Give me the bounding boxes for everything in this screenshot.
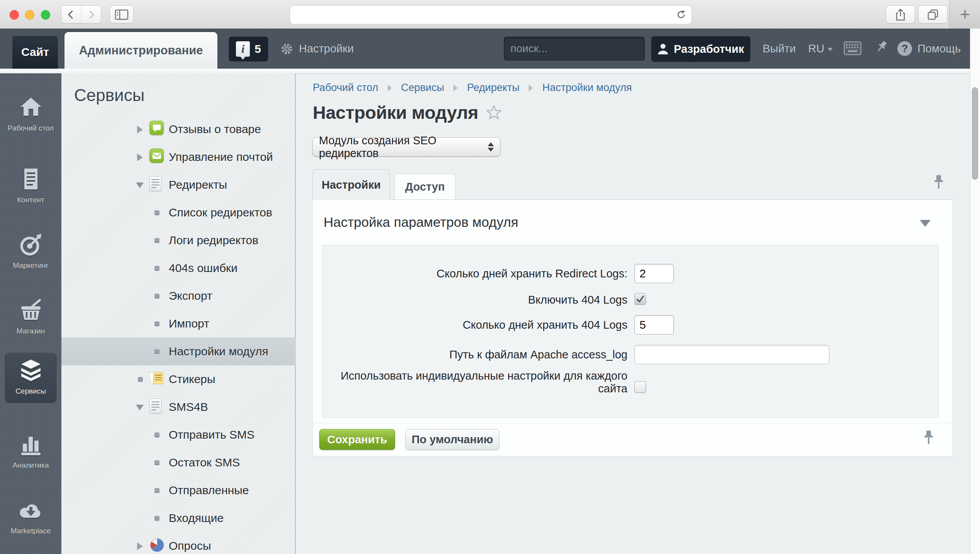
expand-arrow-icon[interactable] <box>137 154 143 161</box>
page-title: Настройки модуля <box>313 102 478 123</box>
mail-module-icon <box>149 149 164 163</box>
individual-site-settings-checkbox[interactable] <box>634 381 646 393</box>
chevron-right-icon <box>86 10 96 20</box>
bullet-icon <box>138 377 143 382</box>
history-nav-buttons <box>61 5 101 24</box>
rail-item-label: Marketplace <box>0 526 61 535</box>
menu-item-inbox-sms[interactable]: Входящие <box>61 504 296 532</box>
menu-item-stickers[interactable]: Стикеры <box>61 365 296 393</box>
bullet-icon <box>154 432 159 437</box>
breadcrumb-module-settings[interactable]: Настройки модуля <box>542 82 632 94</box>
menu-item-redirects[interactable]: Редиректы <box>61 171 296 199</box>
scrollbar-thumb[interactable] <box>972 87 978 180</box>
menu-item-product-reviews[interactable]: Отзывы о товаре <box>61 115 296 143</box>
settings-form-panel: Настройка параметров модуля Сколько дней… <box>312 200 953 456</box>
tab-administration[interactable]: Администрирование <box>64 32 217 69</box>
expand-arrow-icon[interactable] <box>137 542 143 550</box>
forward-button[interactable] <box>81 6 101 23</box>
window-minimize-button[interactable] <box>25 10 34 20</box>
menu-item-sms-balance[interactable]: Остаток SMS <box>61 449 296 476</box>
tab-site-label: Сайт <box>21 46 49 59</box>
tab-settings[interactable]: Настройки <box>312 169 390 200</box>
bullet-icon <box>154 210 159 215</box>
expand-arrow-icon[interactable] <box>137 126 143 133</box>
rail-item-content[interactable]: Контент <box>0 167 61 204</box>
menu-item-sent-sms[interactable]: Отправленные <box>61 476 296 504</box>
address-bar[interactable] <box>290 5 692 24</box>
window-close-button[interactable] <box>10 10 19 20</box>
enable-404-logs-checkbox[interactable] <box>634 293 646 305</box>
menu-item-polls[interactable]: Опросы <box>61 532 296 554</box>
favorite-star-icon[interactable] <box>486 105 502 121</box>
redirect-log-days-input[interactable] <box>634 264 674 283</box>
rail-item-services[interactable]: Сервисы <box>0 358 61 395</box>
tab-site[interactable]: Сайт <box>12 35 58 69</box>
rail-item-label: Аналитика <box>0 461 61 470</box>
page-icon <box>149 176 161 191</box>
menu-item-sms4b[interactable]: SMS4B <box>61 393 296 421</box>
menu-item-send-sms[interactable]: Отправить SMS <box>61 421 296 449</box>
notifications-counter-button[interactable]: i 5 <box>229 36 268 62</box>
collapse-arrow-icon[interactable] <box>136 182 144 188</box>
cloud-download-icon <box>19 498 43 522</box>
keyboard-icon[interactable] <box>844 41 861 55</box>
breadcrumb-separator-icon <box>388 84 392 91</box>
field-label-redirect-log-days: Сколько дней хранить Redirect Logs: <box>357 267 627 280</box>
menu-item-redirect-logs[interactable]: Логи редиректов <box>61 226 296 254</box>
menu-title: Сервисы <box>74 86 144 105</box>
field-label-apache-access-log-path: Путь к файлам Apache access_log <box>357 348 627 361</box>
current-user-name: Разработчик <box>674 43 744 56</box>
save-button[interactable]: Сохранить <box>319 429 395 450</box>
404-log-days-input[interactable] <box>634 315 674 334</box>
default-button[interactable]: По умолчанию <box>405 429 499 450</box>
pin-buttons-icon[interactable] <box>922 430 935 447</box>
menu-item-import[interactable]: Импорт <box>61 310 296 338</box>
section-title: Настройка параметров модуля <box>324 215 518 230</box>
breadcrumb-redirects[interactable]: Редиректы <box>467 82 519 94</box>
search-box <box>504 37 645 61</box>
help-label[interactable]: Помощь <box>917 42 961 55</box>
apache-access-log-path-input[interactable] <box>634 345 829 364</box>
share-button[interactable] <box>886 5 915 24</box>
rail-item-analytics[interactable]: Аналитика <box>0 432 61 470</box>
rail-item-marketplace[interactable]: Marketplace <box>0 498 61 535</box>
breadcrumb-desktop[interactable]: Рабочий стол <box>313 82 378 94</box>
field-label-404-log-days: Сколько дней хранить 404 Logs <box>357 319 627 331</box>
browser-sidebar-toggle-button[interactable] <box>110 5 134 24</box>
rail-item-shop[interactable]: Магазин <box>0 298 61 335</box>
breadcrumb-services[interactable]: Сервисы <box>401 82 444 94</box>
menu-item-module-settings-selected[interactable]: Настройки модуля <box>61 338 296 365</box>
pin-icon[interactable] <box>875 40 889 56</box>
tab-overview-button[interactable] <box>918 5 948 24</box>
menu-item-mail-management[interactable]: Управление почтой <box>61 143 296 171</box>
back-button[interactable] <box>61 6 81 23</box>
page-scrollbar[interactable] <box>970 29 980 554</box>
window-zoom-button[interactable] <box>41 10 50 20</box>
new-tab-button[interactable]: + <box>949 0 980 29</box>
collapse-arrow-icon[interactable] <box>136 405 144 410</box>
bullet-icon <box>154 488 159 493</box>
bullet-icon <box>154 460 159 465</box>
pin-form-icon[interactable] <box>932 174 945 191</box>
field-label-enable-404-logs: Включить 404 Logs <box>357 294 627 306</box>
module-select[interactable]: Модуль создания SEO редиректов <box>312 137 500 157</box>
layers-icon <box>19 358 43 383</box>
tab-administration-label: Администрирование <box>79 44 203 57</box>
menu-item-404-errors[interactable]: 404s ошибки <box>61 254 296 282</box>
settings-menu-item[interactable]: Настройки <box>299 42 354 55</box>
breadcrumb-separator-icon <box>529 84 533 91</box>
section-collapse-icon[interactable] <box>920 220 931 227</box>
gear-icon[interactable] <box>280 42 293 56</box>
menu-item-export[interactable]: Экспорт <box>61 282 296 310</box>
rail-item-label: Рабочий стол <box>0 123 61 132</box>
current-user-button[interactable]: Разработчик <box>651 36 751 62</box>
help-button[interactable]: ? <box>897 41 912 56</box>
language-selector[interactable]: RU <box>808 42 833 55</box>
reload-icon[interactable] <box>676 10 686 20</box>
rail-item-desktop[interactable]: Рабочий стол <box>0 95 61 132</box>
logout-link[interactable]: Выйти <box>763 42 796 55</box>
rail-item-marketing[interactable]: Маркетинг <box>0 232 61 270</box>
search-input[interactable] <box>504 42 650 55</box>
menu-item-redirect-list[interactable]: Список редиректов <box>61 199 296 226</box>
tab-access[interactable]: Доступ <box>395 174 455 200</box>
